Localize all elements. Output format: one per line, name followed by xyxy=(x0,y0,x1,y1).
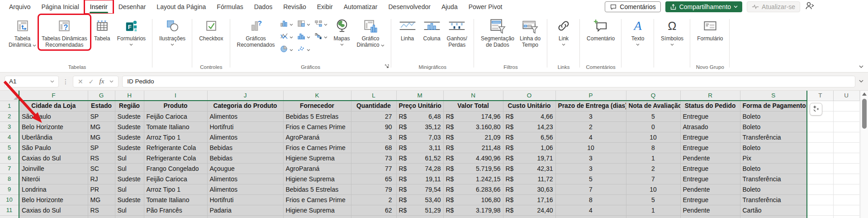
cell-N6[interactable]: R$4.490,96 xyxy=(443,153,503,163)
dialog-launcher-icon[interactable] xyxy=(384,63,389,71)
cell-M8[interactable]: R$19,11 xyxy=(396,174,443,184)
cell-R12[interactable]: Atrasado xyxy=(680,215,740,218)
cell-S12[interactable]: Boleto xyxy=(740,215,807,218)
cell-N1[interactable]: Valor Total xyxy=(443,101,503,111)
cell-S6[interactable]: Pix xyxy=(740,153,807,163)
cell-K5[interactable]: Frios e Carnes Prime xyxy=(283,142,351,153)
cell-O6[interactable]: R$19,71 xyxy=(503,153,555,163)
chart-mini-button-histogram-chart-icon[interactable] xyxy=(297,33,310,42)
cell-G4[interactable]: MG xyxy=(88,132,115,142)
cell-S1[interactable]: Forma de Pagamento xyxy=(740,101,807,111)
cell-F9[interactable]: Londrina xyxy=(19,184,88,194)
cell-S5[interactable]: Boleto xyxy=(740,142,807,153)
menu-tab-formulas[interactable]: Fórmulas xyxy=(211,0,248,14)
cell-I1[interactable]: Produto xyxy=(144,101,207,111)
cell-M6[interactable]: R$61,52 xyxy=(396,153,443,163)
menu-tab-dados[interactable]: Dados xyxy=(249,0,278,14)
select-all-corner[interactable] xyxy=(0,91,19,101)
cell-O12[interactable] xyxy=(503,215,555,218)
quick-analysis-button[interactable] xyxy=(810,103,822,116)
cell-Q9[interactable]: 10 xyxy=(626,184,680,194)
column-header-M[interactable]: M xyxy=(396,91,443,101)
menu-tab-automatizar[interactable]: Automatizar xyxy=(338,0,383,14)
cell-O9[interactable]: R$30,63 xyxy=(503,184,555,194)
cell-R5[interactable]: Entregue xyxy=(680,142,740,153)
cell-P2[interactable]: 3 xyxy=(555,111,626,121)
cell-G2[interactable]: SP xyxy=(88,111,115,121)
cell-M2[interactable]: R$6,48 xyxy=(396,111,443,121)
cell-O10[interactable]: R$17,16 xyxy=(503,194,555,205)
cell-P5[interactable]: 10 xyxy=(555,142,626,153)
column-header-P[interactable]: P xyxy=(555,91,626,101)
cell-T8[interactable] xyxy=(807,174,833,184)
ribbon-button-ganhos-perdas[interactable]: Ganhos/Perdas xyxy=(445,15,470,49)
cell-F5[interactable]: São Paulo xyxy=(19,142,88,153)
cell-J1[interactable]: Categoria do Produto xyxy=(207,101,283,111)
cell-O8[interactable]: R$11,72 xyxy=(503,174,555,184)
menu-tab-desenvolvedor[interactable]: Desenvolvedor xyxy=(383,0,436,14)
cell-U9[interactable] xyxy=(833,184,859,194)
cell-R7[interactable]: Entregue xyxy=(680,163,740,174)
cell-I3[interactable]: Tomate Italiano xyxy=(144,121,207,132)
cell-H2[interactable]: Sudeste xyxy=(115,111,144,121)
cell-Q12[interactable]: 6 xyxy=(626,215,680,218)
row-header-10[interactable]: 10 xyxy=(0,194,19,205)
cell-J7[interactable]: Açougue xyxy=(207,163,283,174)
chart-mini-button-column-chart-icon[interactable] xyxy=(280,20,293,29)
cell-G5[interactable]: SP xyxy=(88,142,115,153)
person-icon[interactable] xyxy=(805,1,815,12)
cell-R2[interactable]: Entregue xyxy=(680,111,740,121)
cell-O3[interactable]: R$14,23 xyxy=(503,121,555,132)
cell-L10[interactable]: 2 xyxy=(351,194,396,205)
cell-F2[interactable]: São Paulo xyxy=(19,111,88,121)
cell-R8[interactable]: Entregue xyxy=(680,174,740,184)
cell-U10[interactable] xyxy=(833,194,859,205)
cell-G9[interactable]: PR xyxy=(88,184,115,194)
cell-R9[interactable]: Pendente xyxy=(680,184,740,194)
menu-tab-pagina-inicial[interactable]: Página Inicial xyxy=(36,0,84,14)
cell-L4[interactable]: 3 xyxy=(351,132,396,142)
menu-tab-power-pivot[interactable]: Power Pivot xyxy=(463,0,508,14)
column-header-H[interactable]: H xyxy=(115,91,144,101)
cell-Q8[interactable]: 7 xyxy=(626,174,680,184)
row-header-1[interactable]: 1 xyxy=(0,101,19,111)
cell-U5[interactable] xyxy=(833,142,859,153)
cell-T4[interactable] xyxy=(807,132,833,142)
cell-R4[interactable]: Entregue xyxy=(680,132,740,142)
cell-K7[interactable]: AgroParaná xyxy=(283,163,351,174)
cell-H1[interactable]: Região xyxy=(115,101,144,111)
cell-U2[interactable] xyxy=(833,111,859,121)
row-header-8[interactable]: 8 xyxy=(0,174,19,184)
cell-J9[interactable]: Alimentos xyxy=(207,184,283,194)
name-box[interactable]: A1 xyxy=(5,76,59,87)
cell-I11[interactable]: Pão Francês xyxy=(144,205,207,215)
column-header-N[interactable]: N xyxy=(443,91,503,101)
cell-R1[interactable]: Status do Pedido xyxy=(680,101,740,111)
row-header-9[interactable]: 9 xyxy=(0,184,19,194)
cell-L11[interactable]: 62 xyxy=(351,205,396,215)
chart-mini-button-waterfall-chart-icon[interactable] xyxy=(314,33,327,42)
menu-tab-exibir[interactable]: Exibir xyxy=(312,0,338,14)
menu-tab-layout-da-pagina[interactable]: Layout da Página xyxy=(151,0,211,14)
cell-J11[interactable]: Padaria xyxy=(207,205,283,215)
chart-mini-button-line-chart-icon[interactable] xyxy=(280,33,293,42)
cell-M11[interactable]: R$51,29 xyxy=(396,205,443,215)
menu-tab-inserir[interactable]: Inserir xyxy=(85,0,113,14)
cell-N8[interactable]: R$1.242,15 xyxy=(443,174,503,184)
cell-G10[interactable]: MG xyxy=(88,194,115,205)
row-header-3[interactable]: 3 xyxy=(0,121,19,132)
cell-K8[interactable]: Higiene Suprema xyxy=(283,174,351,184)
cell-K9[interactable]: Bebidas 5 Estrelas xyxy=(283,184,351,194)
cell-U11[interactable] xyxy=(833,205,859,215)
cell-N12[interactable] xyxy=(443,215,503,218)
column-header-S[interactable]: S xyxy=(740,91,807,101)
column-header-Q[interactable]: Q xyxy=(626,91,680,101)
cell-G12[interactable]: MG xyxy=(88,215,115,218)
cell-H9[interactable]: Sul xyxy=(115,184,144,194)
cell-N9[interactable]: R$6.283,66 xyxy=(443,184,503,194)
column-header-I[interactable]: I xyxy=(144,91,207,101)
cell-J3[interactable]: Hortifruti xyxy=(207,121,283,132)
cell-G8[interactable]: RJ xyxy=(88,174,115,184)
cell-P1[interactable]: Prazo de Entrega (dias) xyxy=(555,101,626,111)
cell-K6[interactable]: Higiene Suprema xyxy=(283,153,351,163)
